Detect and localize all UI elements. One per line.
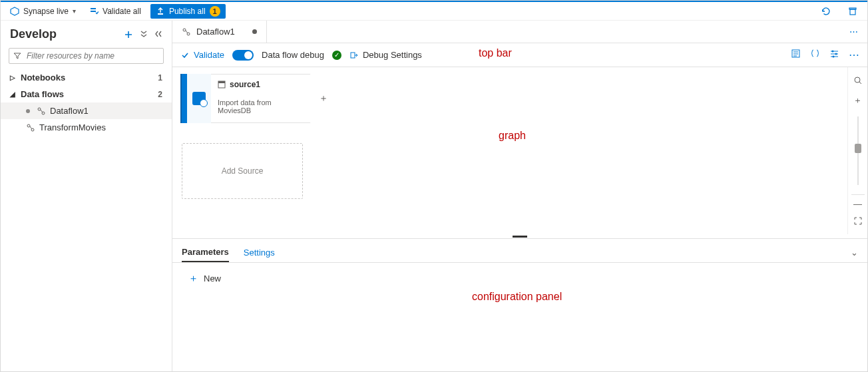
refresh-icon — [821, 6, 831, 17]
add-transform-button[interactable]: ＋ — [319, 93, 328, 104]
svg-point-19 — [855, 77, 860, 83]
cfg-tab-parameters[interactable]: Parameters — [182, 243, 229, 262]
trash-icon — [847, 6, 858, 17]
tab-more-button[interactable]: ⋯ — [840, 21, 867, 43]
check-icon — [180, 51, 190, 60]
tree-group-dataflows[interactable]: ◢ Data flows 2 — [1, 86, 172, 102]
svg-rect-4 — [850, 9, 855, 15]
collapse-sidebar-button[interactable] — [154, 30, 162, 39]
tree-item-dataflow1[interactable]: Dataflow1 — [1, 102, 172, 119]
delete-button[interactable] — [843, 5, 862, 18]
tb-script-button[interactable] — [791, 49, 801, 61]
publish-all-button[interactable]: Publish all 1 — [150, 4, 226, 19]
zoom-slider[interactable] — [857, 116, 859, 185]
svg-rect-3 — [158, 13, 163, 15]
sidebar-title: Develop — [10, 27, 118, 41]
tab-strip: Dataflow1 ⋯ — [172, 21, 867, 43]
tb-sliders-button[interactable] — [829, 49, 839, 61]
tree-group-count: 1 — [158, 73, 162, 83]
debug-settings-button[interactable]: Debug Settings — [349, 50, 422, 60]
validate-label: Validate — [194, 50, 224, 60]
develop-sidebar: Develop ▷ Notebooks 1 ◢ Da — [1, 21, 172, 371]
tab-dataflow1[interactable]: Dataflow1 — [172, 21, 267, 43]
debug-toggle[interactable] — [232, 50, 254, 61]
tree-item-label: TransformMovies — [39, 122, 106, 132]
svg-rect-1 — [91, 8, 96, 9]
debug-settings-icon — [349, 51, 359, 60]
search-icon — [853, 76, 863, 85]
dataflow-toolbar: Validate Data flow debug ✓ Debug Setting… — [172, 43, 867, 67]
debug-label: Data flow debug — [262, 50, 324, 60]
node-subtitle: Import data from MoviesDB — [218, 98, 290, 114]
filter-icon — [13, 52, 21, 60]
node-title-label: source1 — [230, 80, 260, 89]
new-parameter-button[interactable]: ＋ New — [188, 272, 851, 285]
zoom-fit-button[interactable] — [851, 214, 865, 228]
braces-icon — [810, 49, 820, 59]
validate-all-label: Validate all — [103, 7, 141, 16]
synapse-icon — [10, 7, 19, 16]
svg-point-6 — [38, 108, 41, 110]
expand-all-button[interactable] — [140, 30, 148, 39]
source-node[interactable]: source1 Import data from MoviesDB ＋ — [180, 74, 316, 123]
validate-all-button[interactable]: Validate all — [85, 5, 145, 17]
debug-settings-label: Debug Settings — [363, 50, 422, 60]
svg-rect-5 — [849, 8, 856, 9]
plus-icon: ＋ — [188, 272, 198, 285]
tree-item-transformmovies[interactable]: TransformMovies — [1, 119, 172, 136]
tb-braces-button[interactable] — [810, 49, 820, 61]
brand-dropdown[interactable]: Synapse live ▾ — [6, 5, 80, 17]
svg-rect-18 — [218, 81, 225, 83]
svg-point-10 — [183, 29, 186, 31]
double-chevron-down-icon — [140, 30, 148, 38]
chevron-right-icon: ▷ — [10, 74, 17, 81]
graph-canvas[interactable]: source1 Import data from MoviesDB ＋ Add … — [172, 67, 867, 234]
chevron-down-icon: ◢ — [10, 91, 17, 98]
tb-more-button[interactable]: ⋯ — [849, 49, 859, 61]
zoom-out-button[interactable]: ― — [851, 194, 865, 208]
annotation-graph: graph — [499, 130, 526, 142]
zoom-search-button[interactable] — [851, 74, 865, 87]
source-icon — [192, 92, 206, 105]
add-source-label: Add Source — [222, 166, 264, 176]
dataset-icon — [218, 81, 226, 89]
svg-point-8 — [27, 124, 30, 127]
tree-group-label: Data flows — [21, 89, 64, 99]
svg-marker-0 — [11, 7, 19, 15]
validate-button[interactable]: Validate — [180, 50, 224, 60]
cfg-tab-settings[interactable]: Settings — [244, 244, 275, 262]
publish-icon — [156, 7, 165, 16]
zoom-in-button[interactable]: ＋ — [851, 94, 865, 107]
node-handle[interactable] — [180, 74, 187, 123]
publish-count-badge: 1 — [210, 6, 220, 17]
annotation-topbar: top bar — [479, 47, 512, 59]
publish-all-label: Publish all — [169, 7, 206, 16]
svg-point-14 — [832, 51, 834, 53]
tree-item-label: Dataflow1 — [50, 106, 89, 116]
zoom-rail: ＋ ― — [847, 67, 867, 234]
modified-dot-icon — [252, 29, 257, 34]
tree-group-notebooks[interactable]: ▷ Notebooks 1 — [1, 69, 172, 86]
sliders-icon — [829, 49, 839, 59]
script-icon — [791, 49, 801, 59]
tree-group-label: Notebooks — [21, 73, 65, 83]
refresh-button[interactable] — [817, 5, 835, 18]
tree-group-count: 2 — [158, 90, 162, 99]
new-label: New — [204, 274, 221, 283]
filter-input[interactable] — [25, 51, 159, 61]
double-chevron-left-icon — [154, 30, 162, 38]
svg-rect-12 — [351, 53, 355, 58]
modified-dot-icon — [26, 109, 30, 113]
add-source-placeholder[interactable]: Add Source — [182, 143, 303, 199]
cfg-collapse-button[interactable]: ⌄ — [851, 248, 858, 258]
dataflow-icon — [182, 27, 191, 37]
chevron-down-icon: ▾ — [73, 7, 76, 15]
filter-input-wrapper[interactable] — [9, 48, 164, 64]
add-resource-button[interactable] — [124, 30, 133, 39]
zoom-thumb[interactable] — [855, 144, 861, 153]
validate-all-icon — [89, 7, 99, 16]
fit-icon — [853, 216, 863, 226]
dataflow-icon — [37, 106, 46, 116]
tab-label: Dataflow1 — [196, 27, 235, 37]
svg-rect-2 — [91, 11, 96, 12]
